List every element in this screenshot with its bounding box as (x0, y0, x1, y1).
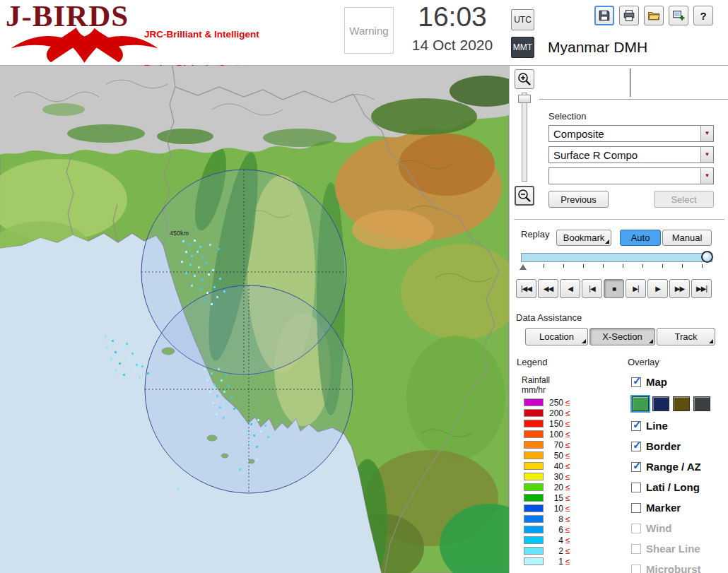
composite-dropdown-button[interactable]: ▼ (700, 126, 713, 141)
transport-jump-end-button[interactable]: ▶▶| (691, 279, 712, 298)
overlay-item-line[interactable]: ✓Line (631, 415, 728, 436)
legend-row: 150≤ (524, 418, 591, 429)
map-style-swatches (631, 392, 728, 415)
add-image-button[interactable] (669, 6, 688, 25)
transport-play-button[interactable]: ▶ (647, 279, 668, 298)
legend-value: 1 (545, 557, 563, 567)
map-style-swatch-dark-gray[interactable] (693, 396, 710, 411)
overlay-item-shear-line[interactable]: Shear Line (631, 538, 728, 559)
open-folder-button[interactable] (644, 6, 664, 25)
utc-button[interactable]: UTC (511, 9, 534, 30)
overlay-item-marker[interactable]: Marker (631, 497, 728, 518)
composite-dropdown[interactable]: Composite ▼ (548, 125, 714, 142)
checkbox[interactable] (631, 483, 641, 492)
replay-slider-track[interactable] (521, 253, 712, 262)
legend-value: 200 (545, 408, 563, 418)
transport-play-reverse-button[interactable]: ◀ (560, 279, 580, 298)
overlay-item-range-az[interactable]: ✓Range / AZ (631, 456, 728, 477)
rain-cell (216, 395, 218, 397)
legend-color-chip (524, 547, 544, 555)
product-dropdown-button[interactable]: ▼ (700, 147, 713, 163)
legend-value: 100 (545, 430, 563, 439)
sub-product-dropdown-button[interactable]: ▼ (700, 168, 713, 184)
rain-cell (198, 266, 200, 268)
rain-cell (218, 368, 220, 370)
transport-stop-button[interactable]: ■ (604, 279, 624, 298)
checkbox[interactable] (631, 544, 641, 554)
legend-lte-symbol: ≤ (565, 514, 570, 524)
checkbox[interactable] (631, 503, 641, 513)
legend-lte-symbol: ≤ (565, 546, 570, 556)
legend-row: 200≤ (524, 408, 591, 418)
legend-color-chip (524, 504, 544, 512)
auto-button[interactable]: Auto (620, 230, 661, 246)
rain-cell (218, 248, 220, 250)
overlay-item-lati-long[interactable]: Lati / Long (631, 477, 728, 497)
mmt-button[interactable]: MMT (511, 37, 534, 58)
radar-map[interactable]: 450km (0, 66, 509, 573)
rain-cell (206, 379, 209, 382)
product-dropdown[interactable]: Surface R Compo ▼ (548, 146, 714, 163)
save-icon (598, 9, 611, 22)
legend-value: 4 (545, 536, 563, 545)
map-style-swatch-olive[interactable] (673, 396, 690, 411)
rain-cell (209, 244, 211, 246)
map-style-swatch-navy[interactable] (652, 396, 669, 411)
legend-row: 20≤ (524, 482, 591, 492)
transport-fast-forward-button[interactable]: ▶▶ (669, 279, 690, 298)
previous-button[interactable]: Previous (548, 191, 609, 208)
map-style-swatch-terrain-green[interactable] (632, 396, 649, 411)
status-box-divider (630, 69, 630, 97)
legend-value: 70 (545, 440, 563, 450)
legend-row: 30≤ (524, 471, 591, 482)
checkbox[interactable]: ✓ (631, 377, 641, 387)
add-image-icon (672, 9, 685, 22)
sub-product-dropdown[interactable]: ▼ (548, 167, 714, 184)
legend-color-chip (524, 430, 544, 438)
rain-cell (205, 262, 207, 264)
help-button[interactable]: ? (693, 6, 713, 25)
transport-fast-rewind-button[interactable]: ◀◀ (538, 279, 558, 298)
rain-cell (199, 288, 201, 290)
manual-button[interactable]: Manual (662, 230, 712, 246)
checkbox[interactable] (631, 524, 641, 533)
xsection-button[interactable]: X-Section (589, 328, 655, 345)
transport-step-forward-button[interactable]: ▶| (626, 279, 646, 298)
checkbox[interactable]: ✓ (631, 442, 641, 451)
transport-jump-start-button[interactable]: |◀◀ (516, 279, 536, 298)
legend-color-chip (524, 441, 544, 449)
legend-lte-symbol: ≤ (565, 440, 570, 450)
clock-time: 16:03 (396, 1, 509, 33)
legend-row: 6≤ (524, 524, 591, 535)
location-button[interactable]: Location (525, 328, 588, 345)
overlay-item-microburst[interactable]: Microburst (631, 559, 728, 573)
print-button[interactable] (619, 6, 639, 25)
warning-button[interactable]: Warning (344, 7, 394, 54)
transport-step-back-button[interactable]: |◀ (582, 279, 602, 298)
select-button[interactable]: Select (654, 191, 714, 208)
overlay-item-map[interactable]: ✓Map (631, 372, 728, 392)
rain-cell (115, 370, 117, 372)
rain-cell (243, 419, 245, 421)
zoom-out-button[interactable] (515, 186, 534, 206)
overlay-item-label: Marker (646, 502, 681, 514)
checkbox[interactable] (631, 565, 641, 573)
save-button[interactable] (594, 6, 614, 25)
overlay-item-wind[interactable]: Wind (631, 518, 728, 538)
overlay-item-border[interactable]: ✓Border (631, 436, 728, 456)
overlay-item-label: Map (646, 376, 667, 388)
slider-tick (563, 264, 564, 268)
rain-cell (267, 436, 269, 438)
bookmark-button[interactable]: Bookmark (556, 230, 611, 246)
chevron-down-icon: ▼ (705, 152, 710, 158)
rain-cell (223, 391, 225, 393)
zoom-slider-thumb[interactable] (518, 95, 531, 103)
track-button[interactable]: Track (657, 328, 715, 345)
replay-slider-thumb[interactable] (701, 251, 713, 263)
zoom-in-button[interactable] (515, 69, 534, 89)
legend-rows: 250≤200≤150≤100≤70≤50≤40≤30≤20≤15≤10≤8≤6… (524, 397, 591, 567)
zoom-slider-track[interactable] (522, 93, 527, 182)
checkbox[interactable]: ✓ (631, 421, 641, 431)
checkbox[interactable]: ✓ (631, 462, 641, 472)
legend-row: 250≤ (524, 397, 591, 408)
